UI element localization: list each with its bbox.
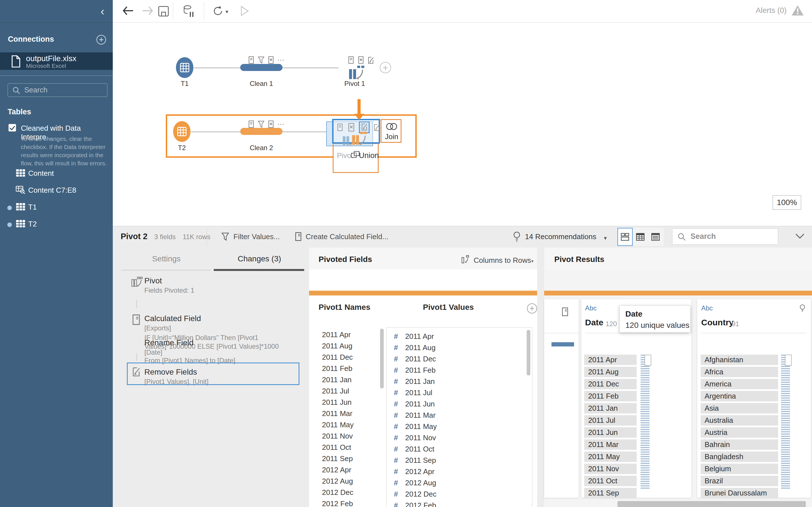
zoom-level-badge[interactable]: 100% [772, 195, 801, 210]
country-value-bar[interactable]: America [701, 379, 778, 389]
field-name[interactable]: Country [701, 318, 733, 327]
change-item-title[interactable]: Remove Fields [144, 368, 197, 377]
view-grid-button[interactable] [633, 228, 648, 246]
date-value-bar[interactable]: 2011 Feb [584, 391, 637, 401]
pivot-value-item[interactable]: #2011 Jan [387, 377, 532, 388]
histogram-bar[interactable] [552, 342, 574, 346]
pivot-value-item[interactable]: #2011 Mar [387, 410, 532, 421]
save-icon[interactable] [158, 6, 169, 18]
connection-item-outputfile[interactable]: outputFile.xlsx Microsoft Excel [0, 52, 113, 70]
recommendations-button[interactable]: 14 Recommendations [525, 232, 596, 241]
filter-values-button[interactable]: Filter Values... [234, 232, 280, 241]
add-connection-button[interactable]: + [96, 35, 106, 45]
redo-icon[interactable] [142, 5, 154, 17]
pivot-name-item[interactable]: 2011 Sep [322, 454, 378, 465]
names-scrollbar[interactable] [380, 329, 384, 388]
pivot-value-item[interactable]: #2011 Apr [387, 332, 532, 343]
country-value-bar[interactable]: Argentina [701, 391, 778, 401]
sidebar-item-t1[interactable]: T1 [0, 201, 113, 214]
create-calculated-field-button[interactable]: Create Calculated Field... [306, 232, 388, 241]
flow-node-join[interactable]: Join [380, 119, 402, 143]
pivot-value-item[interactable]: #2011 Feb [387, 365, 532, 377]
view-list-button[interactable] [648, 228, 663, 246]
date-value-bar[interactable]: 2011 Nov [584, 464, 637, 474]
date-value-bar[interactable]: 2011 Aug [584, 367, 637, 377]
country-value-bar[interactable]: Brazil [701, 476, 778, 486]
run-flow-icon[interactable] [239, 5, 250, 18]
pivot-name-item[interactable]: 2011 Nov [322, 431, 378, 443]
pivot-value-item[interactable]: #2011 Jul [387, 388, 532, 399]
pivot-value-item[interactable]: #2011 Jun [387, 399, 532, 410]
pivot-value-item[interactable]: #2012 Apr [387, 467, 532, 478]
pivot-name-item[interactable]: 2011 Jul [322, 386, 378, 397]
recommendations-caret-icon[interactable]: ▾ [604, 235, 607, 241]
pivot-name-item[interactable]: 2012 Aug [322, 476, 378, 488]
field-name[interactable]: Date [585, 318, 603, 327]
pivot-value-item[interactable]: #2011 Aug [387, 343, 532, 354]
view-profile-button[interactable] [617, 228, 633, 246]
undo-icon[interactable] [121, 5, 134, 17]
pivot-value-item[interactable]: #2012 Feb [387, 501, 532, 507]
change-item-title[interactable]: Pivot [144, 276, 162, 285]
pivot-value-item[interactable]: #2012 Aug [387, 478, 532, 489]
country-value-bar[interactable]: Australia [701, 415, 778, 426]
alerts-button[interactable]: Alerts (0) [756, 6, 786, 15]
flow-node-pivot1[interactable] [349, 64, 365, 82]
country-value-bar[interactable]: Afghanistan [701, 355, 778, 365]
date-value-bar[interactable]: 2011 May [584, 452, 637, 462]
panel-search[interactable] [672, 228, 778, 245]
panel-search-input[interactable] [691, 230, 772, 243]
pause-data-updates-icon[interactable] [183, 4, 195, 19]
pivot-value-item[interactable]: #2011 Oct [387, 444, 532, 455]
pivot-name-item[interactable]: 2011 Oct [322, 443, 378, 454]
flow-node-clean2[interactable] [240, 128, 283, 135]
field-card-country[interactable]: Abc Country 91 AfghanistanAfricaAmericaA… [697, 299, 811, 498]
pivot-value-item[interactable]: #2011 Dec [387, 354, 532, 365]
horizontal-scrollbar[interactable] [617, 501, 806, 507]
refresh-caret-icon[interactable]: ▾ [225, 8, 229, 15]
sidebar-search[interactable] [8, 83, 107, 97]
pivot-mode-select[interactable]: Columns to Rows [474, 256, 531, 265]
date-value-bar[interactable]: 2011 Sep [584, 488, 637, 498]
date-value-bar[interactable]: 2011 Oct [584, 476, 637, 486]
date-value-bar[interactable]: 2011 Apr [584, 355, 637, 365]
date-value-bar[interactable]: 2011 Mar [584, 439, 637, 450]
pivot-name-item[interactable]: 2011 Feb [322, 363, 378, 375]
data-interpreter-checkbox[interactable] [8, 124, 16, 131]
add-step-button[interactable]: + [380, 62, 391, 73]
add-pivot-value-button[interactable]: + [527, 303, 537, 314]
country-value-bar[interactable]: Africa [701, 367, 778, 377]
pivot-name-item[interactable]: 2011 Dec [322, 352, 378, 363]
pivot-value-item[interactable]: #2011 Sep [387, 455, 532, 467]
country-value-bar[interactable]: Brunei Darussalam [701, 488, 778, 498]
country-value-bar[interactable]: Bangladesh [701, 452, 778, 462]
pivot-name-item[interactable]: 2011 Apr [322, 330, 378, 341]
collapse-panel-icon[interactable] [795, 233, 805, 240]
pivot-name-item[interactable]: 2011 Aug [322, 341, 378, 352]
date-value-bar[interactable]: 2011 Jan [584, 403, 637, 413]
pivot-name-item[interactable]: 2012 Dec [322, 488, 378, 499]
pivot-name-item[interactable]: 2011 Mar [322, 409, 378, 420]
sidebar-search-input[interactable] [24, 84, 103, 96]
date-histogram-stripes[interactable] [641, 355, 650, 489]
country-value-bar[interactable]: Austria [701, 427, 778, 438]
sidebar-item-t2[interactable]: T2 [0, 217, 113, 231]
sidebar-item-content[interactable]: Content [0, 167, 113, 180]
pivot-mode-caret-icon[interactable]: ▾ [531, 258, 534, 264]
refresh-icon[interactable] [212, 5, 224, 18]
change-item-title[interactable]: Rename Field [144, 338, 193, 347]
pivot-name-item[interactable]: 2012 Feb [322, 499, 378, 507]
field-card-exports-partial[interactable] [544, 299, 578, 498]
flow-node-clean1[interactable] [240, 64, 283, 71]
change-item-title[interactable]: Calculated Field [144, 314, 201, 323]
country-value-bar[interactable]: Asia [701, 403, 778, 413]
pivot-value-item[interactable]: #2012 Dec [387, 489, 532, 501]
pivot-name-item[interactable]: 2011 Jan [322, 375, 378, 386]
values-scrollbar[interactable] [527, 330, 530, 376]
country-value-bar[interactable]: Belgium [701, 464, 778, 474]
flow-canvas[interactable]: T1 … Clean 1 Pivot 1 + T2 … Clean 2 Pivo… [113, 23, 812, 226]
flow-node-t2[interactable] [173, 121, 191, 142]
pivot-name-item[interactable]: 2011 May [322, 420, 378, 431]
collapse-sidebar-icon[interactable]: ‹ [101, 5, 104, 17]
date-value-bar[interactable]: 2011 Jun [584, 427, 637, 438]
